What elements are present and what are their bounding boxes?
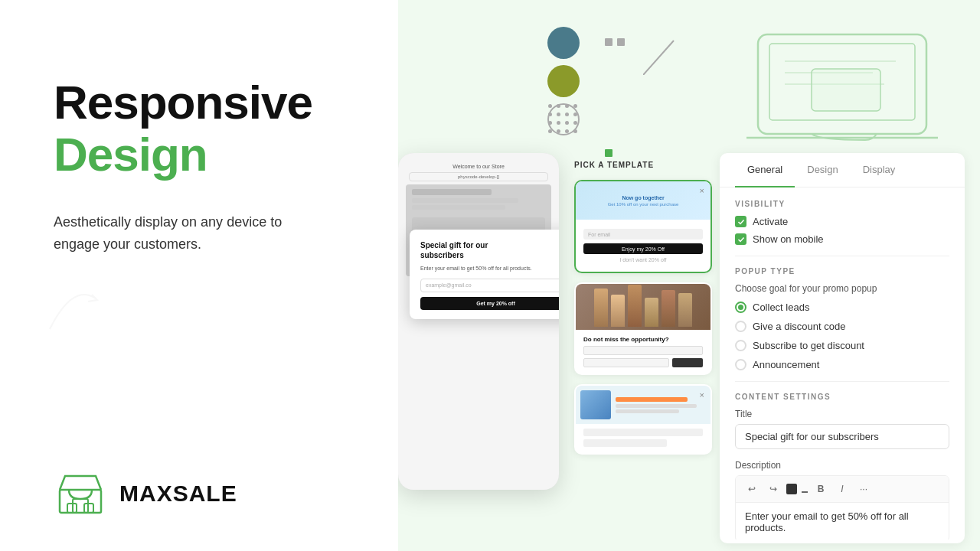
more-btn[interactable]: ··· bbox=[855, 481, 872, 497]
tc2-image bbox=[576, 284, 710, 330]
settings-panel: General Design Display VISIBILITY Activa… bbox=[720, 153, 965, 543]
divider-2 bbox=[735, 381, 949, 382]
title-field-input[interactable] bbox=[735, 424, 949, 449]
tab-general[interactable]: General bbox=[735, 153, 795, 187]
color-chevron[interactable] bbox=[802, 490, 808, 493]
radio-collect-leads-circle[interactable] bbox=[735, 302, 746, 313]
mobile-popup-desc: Enter your email to get 50% off for all … bbox=[420, 265, 559, 272]
deco-circles bbox=[547, 27, 580, 135]
tc2-input2 bbox=[583, 358, 669, 367]
tab-display[interactable]: Display bbox=[851, 153, 908, 187]
tc3-close[interactable]: × bbox=[700, 390, 704, 399]
laptop-decoration bbox=[743, 27, 942, 149]
italic-btn[interactable]: I bbox=[834, 481, 851, 497]
hero-title-line2: Design bbox=[54, 129, 352, 181]
svg-rect-1 bbox=[73, 499, 88, 513]
mobile-mockup: Welcome to our Store physcode-develop-[]… bbox=[398, 153, 559, 490]
mobile-popup: × Special gift for our subscribers Enter… bbox=[410, 230, 559, 319]
right-section: Welcome to our Store physcode-develop-[]… bbox=[398, 0, 980, 551]
activate-label: Activate bbox=[753, 216, 788, 227]
hero-title-line1: Responsive bbox=[54, 77, 352, 129]
settings-content: VISIBILITY Activate Show on mobile POPUP… bbox=[720, 187, 965, 540]
color-picker[interactable] bbox=[786, 484, 797, 494]
tc3-line3 bbox=[616, 409, 679, 413]
radio-discount-code-label: Give a discount code bbox=[753, 321, 845, 332]
deco-dots-line bbox=[605, 38, 625, 46]
hero-subtitle: Aesthetically display on any device to e… bbox=[54, 211, 329, 256]
logo-icon bbox=[54, 467, 107, 520]
mobile-popup-title: Special gift for our subscribers bbox=[420, 240, 505, 260]
undo-btn[interactable]: ↩ bbox=[743, 481, 760, 497]
tc2-input bbox=[583, 346, 703, 355]
radio-group: Collect leads Give a discount code Subsc… bbox=[735, 302, 949, 370]
templates-section: PICK A TEMPLATE Now go together Get 10% … bbox=[567, 145, 720, 551]
activate-row: Activate bbox=[735, 216, 949, 227]
template-card-3[interactable]: × bbox=[574, 384, 712, 455]
visibility-title: VISIBILITY bbox=[735, 200, 949, 208]
tc2-content: Do not miss the opportunity? bbox=[576, 330, 710, 373]
deco-diagonal-line bbox=[643, 37, 681, 75]
content-panel: PICK A TEMPLATE Now go together Get 10% … bbox=[567, 145, 980, 551]
tc1-header: Now go together Get 10% off on your next… bbox=[576, 181, 710, 220]
arrow-decoration bbox=[42, 276, 103, 337]
radio-subscribe-circle[interactable] bbox=[735, 340, 746, 351]
content-settings-title: CONTENT SETTINGS bbox=[735, 393, 949, 401]
mobile-popup-btn[interactable]: Get my 20% off bbox=[420, 297, 559, 310]
radio-announcement-label: Announcement bbox=[753, 359, 819, 370]
logo-text: MAXSALE bbox=[119, 481, 237, 507]
desc-field-label: Description bbox=[735, 460, 949, 471]
left-section: Responsive Design Aesthetically display … bbox=[0, 0, 398, 551]
logo-area: MAXSALE bbox=[54, 467, 352, 520]
templates-label: PICK A TEMPLATE bbox=[574, 161, 712, 169]
tab-design[interactable]: Design bbox=[795, 153, 850, 187]
desc-content[interactable]: Enter your email to get 50% off for all … bbox=[736, 503, 949, 540]
tc3-image bbox=[576, 386, 710, 424]
mobile-input-placeholder: example@gmail.co bbox=[426, 282, 472, 288]
radio-announcement[interactable]: Announcement bbox=[735, 359, 949, 370]
tc1-close[interactable]: × bbox=[700, 186, 704, 195]
mobile-url-bar: physcode-develop-[] bbox=[409, 172, 548, 181]
tc1-link[interactable]: I don't want 20% off bbox=[583, 257, 703, 262]
tc3-line1 bbox=[616, 397, 688, 402]
desc-area: ↩ ↪ B I ··· Enter your email to get 50% … bbox=[735, 475, 949, 540]
tc2-title: Do not miss the opportunity? bbox=[583, 336, 703, 343]
deco-circle-olive bbox=[547, 65, 580, 97]
redo-btn[interactable]: ↪ bbox=[765, 481, 782, 497]
radio-announcement-circle[interactable] bbox=[735, 359, 746, 370]
svg-rect-0 bbox=[60, 490, 101, 513]
divider-1 bbox=[735, 256, 949, 256]
tc2-btn[interactable] bbox=[672, 358, 703, 367]
tc1-btn[interactable]: Enjoy my 20% Off bbox=[583, 243, 703, 254]
settings-tabs: General Design Display bbox=[720, 153, 965, 187]
bold-btn[interactable]: B bbox=[812, 481, 829, 497]
mobile-store-header: Welcome to our Store bbox=[406, 161, 551, 171]
tc1-title: Now go together bbox=[608, 194, 679, 201]
deco-circle-teal bbox=[547, 27, 580, 59]
hero-title: Responsive Design bbox=[54, 77, 352, 181]
tc1-subtitle: Get 10% off on your next purchase bbox=[608, 202, 679, 207]
tc1-input: For email bbox=[583, 229, 703, 240]
radio-subscribe[interactable]: Subscribe to get discount bbox=[735, 340, 949, 351]
deco-circle-dots bbox=[547, 103, 580, 135]
activate-checkbox[interactable] bbox=[735, 216, 746, 227]
tc3-line2 bbox=[616, 404, 697, 408]
svg-line-4 bbox=[643, 41, 674, 75]
tc3-text bbox=[616, 397, 706, 413]
show-mobile-checkbox[interactable] bbox=[735, 233, 746, 245]
mobile-popup-input[interactable]: example@gmail.co ✉ bbox=[420, 279, 559, 292]
tc3-thumb bbox=[580, 390, 611, 419]
radio-discount-code-circle[interactable] bbox=[735, 321, 746, 332]
svg-rect-10 bbox=[812, 69, 880, 111]
radio-collect-leads[interactable]: Collect leads bbox=[735, 302, 949, 313]
radio-subscribe-label: Subscribe to get discount bbox=[753, 340, 864, 351]
desc-toolbar: ↩ ↪ B I ··· bbox=[736, 476, 949, 503]
title-field-label: Title bbox=[735, 409, 949, 419]
popup-type-title: POPUP TYPE bbox=[735, 267, 949, 276]
radio-discount-code[interactable]: Give a discount code bbox=[735, 321, 949, 332]
popup-type-desc: Choose goal for your promo popup bbox=[735, 283, 949, 294]
radio-collect-leads-label: Collect leads bbox=[753, 302, 809, 313]
template-card-2[interactable]: × Do not miss the opportunity? bbox=[574, 282, 712, 375]
show-mobile-label: Show on mobile bbox=[753, 233, 824, 245]
template-card-1[interactable]: Now go together Get 10% off on your next… bbox=[574, 180, 712, 273]
show-mobile-row: Show on mobile bbox=[735, 233, 949, 245]
